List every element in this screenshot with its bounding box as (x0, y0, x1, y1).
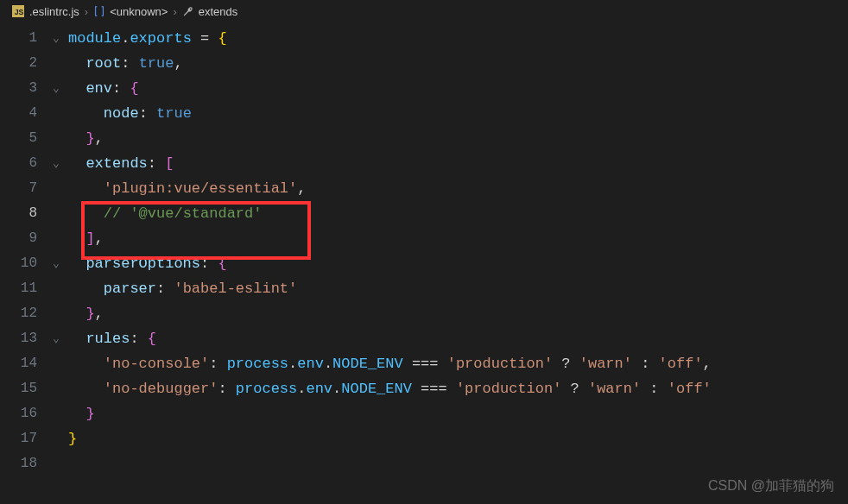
code-line[interactable]: 'no-debugger': process.env.NODE_ENV === … (66, 376, 848, 401)
code-line[interactable]: env: { (66, 76, 848, 101)
code-line[interactable]: parserOptions: { (66, 251, 848, 276)
line-number: 9 (0, 226, 53, 251)
code-line[interactable] (66, 451, 848, 476)
symbol-namespace-icon (93, 5, 105, 17)
breadcrumb-symbol-1[interactable]: <unknown> (110, 5, 168, 18)
code-line[interactable]: }, (66, 301, 848, 326)
breadcrumb-separator: › (85, 5, 88, 18)
code-line[interactable]: ], (66, 226, 848, 251)
chevron-down-icon[interactable]: ⌄ (53, 251, 66, 276)
chevron-down-icon[interactable]: ⌄ (53, 26, 66, 51)
line-number: 4 (0, 101, 53, 126)
code-line[interactable]: }, (66, 126, 848, 151)
chevron-down-icon[interactable]: ⌄ (53, 326, 66, 351)
code-editor[interactable]: 1 2 3 4 5 6 7 8 9 10 11 12 13 14 15 16 1… (0, 22, 848, 504)
line-number: 16 (0, 401, 53, 426)
line-number: 5 (0, 126, 53, 151)
code-line[interactable]: parser: 'babel-eslint' (66, 276, 848, 301)
code-line[interactable]: } (66, 426, 848, 451)
code-line[interactable]: } (66, 401, 848, 426)
line-number: 10 (0, 251, 53, 276)
line-number: 11 (0, 276, 53, 301)
line-number: 12 (0, 301, 53, 326)
breadcrumb-file[interactable]: .eslintrc.js (29, 5, 79, 18)
svg-text:JS: JS (15, 8, 24, 16)
code-line[interactable]: // '@vue/standard' (66, 201, 848, 226)
line-number: 13 (0, 326, 53, 351)
code-line[interactable]: module.exports = { (66, 26, 848, 51)
chevron-down-icon[interactable]: ⌄ (53, 76, 66, 101)
breadcrumb-symbol-2[interactable]: extends (199, 5, 238, 18)
line-number: 1 (0, 26, 53, 51)
line-number: 2 (0, 51, 53, 76)
code-line[interactable]: 'no-console': process.env.NODE_ENV === '… (66, 351, 848, 376)
code-line[interactable]: node: true (66, 101, 848, 126)
breadcrumb[interactable]: JS .eslintrc.js › <unknown> › extends (0, 0, 848, 22)
line-number: 8 (0, 201, 53, 226)
chevron-down-icon[interactable]: ⌄ (53, 151, 66, 176)
line-number: 7 (0, 176, 53, 201)
code-line[interactable]: root: true, (66, 51, 848, 76)
symbol-property-icon (182, 5, 194, 17)
code-line[interactable]: rules: { (66, 326, 848, 351)
code-line[interactable]: extends: [ (66, 151, 848, 176)
js-file-icon: JS (12, 5, 24, 17)
line-number: 18 (0, 451, 53, 476)
line-number: 15 (0, 376, 53, 401)
code-area[interactable]: module.exports = { root: true, env: { no… (66, 22, 848, 504)
line-number: 17 (0, 426, 53, 451)
line-number-gutter: 1 2 3 4 5 6 7 8 9 10 11 12 13 14 15 16 1… (0, 22, 53, 504)
fold-gutter: ⌄ ⌄ ⌄ ⌄ ⌄ (53, 22, 66, 504)
line-number: 3 (0, 76, 53, 101)
line-number: 6 (0, 151, 53, 176)
code-line[interactable]: 'plugin:vue/essential', (66, 176, 848, 201)
line-number: 14 (0, 351, 53, 376)
breadcrumb-separator: › (173, 5, 176, 18)
